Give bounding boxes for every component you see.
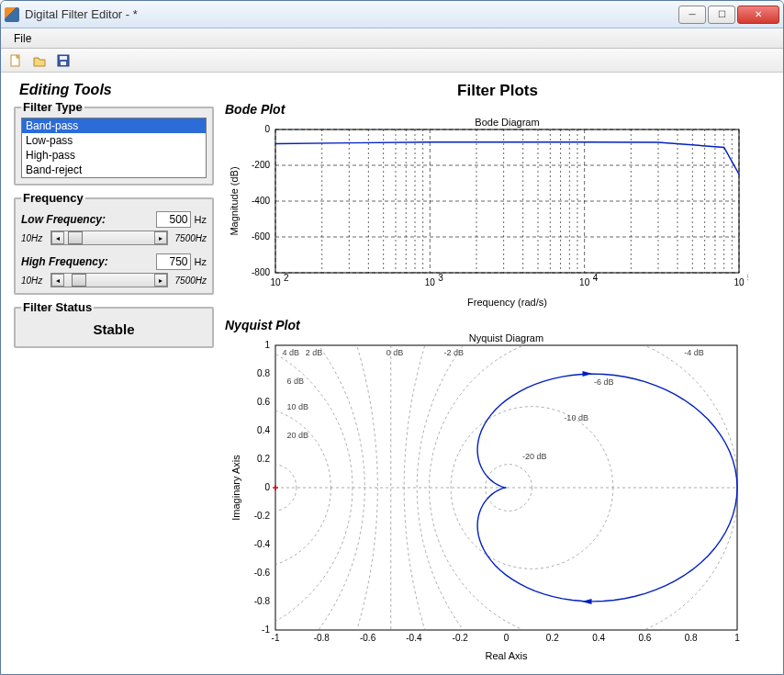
svg-text:Real Axis: Real Axis — [486, 650, 528, 661]
svg-text:0: 0 — [504, 633, 510, 643]
svg-text:0.2: 0.2 — [257, 454, 270, 464]
svg-text:-600: -600 — [252, 231, 270, 242]
svg-text:10: 10 — [270, 277, 281, 287]
svg-text:4: 4 — [593, 273, 599, 283]
high-freq-max: 7500Hz — [170, 276, 207, 286]
window-title: Digital Filter Editor - * — [25, 7, 678, 21]
sidebar: Editing Tools Filter Type Band-pass Low-… — [14, 82, 214, 665]
filter-status-panel: Filter Status Stable — [14, 300, 214, 348]
frequency-panel: Frequency Low Frequency: Hz 10Hz ◂▸ 7500… — [14, 191, 214, 295]
svg-text:-4 dB: -4 dB — [684, 348, 704, 357]
svg-text:0: 0 — [264, 482, 270, 492]
low-freq-slider[interactable]: ◂▸ — [50, 231, 168, 245]
svg-text:0.6: 0.6 — [638, 633, 651, 643]
low-freq-label: Low Frequency: — [21, 213, 152, 226]
svg-text:-10 dB: -10 dB — [564, 413, 588, 422]
slider-left-icon[interactable]: ◂ — [51, 231, 64, 244]
close-button[interactable]: ✕ — [737, 6, 779, 24]
toolbar — [1, 49, 783, 73]
svg-marker-104 — [583, 371, 593, 377]
filter-option-bandpass[interactable]: Band-pass — [22, 118, 206, 133]
svg-text:20 dB: 20 dB — [287, 431, 309, 440]
svg-text:0.6: 0.6 — [257, 397, 270, 407]
low-freq-unit: Hz — [195, 214, 207, 225]
svg-text:-0.4: -0.4 — [254, 539, 271, 549]
svg-text:6 dB: 6 dB — [287, 377, 305, 386]
svg-text:-0.6: -0.6 — [254, 568, 271, 578]
high-freq-slider[interactable]: ◂▸ — [50, 273, 168, 287]
svg-text:-0.8: -0.8 — [254, 596, 271, 606]
low-freq-min: 10Hz — [21, 233, 49, 243]
svg-text:0.8: 0.8 — [257, 368, 270, 378]
high-freq-min: 10Hz — [21, 276, 49, 286]
sidebar-heading: Editing Tools — [14, 82, 214, 98]
svg-marker-105 — [582, 599, 592, 604]
svg-text:1: 1 — [264, 340, 270, 350]
svg-text:-0.2: -0.2 — [453, 633, 469, 643]
svg-text:Bode Diagram: Bode Diagram — [475, 117, 539, 128]
frequency-legend: Frequency — [21, 191, 85, 205]
svg-text:0.4: 0.4 — [257, 425, 270, 435]
svg-point-88 — [417, 332, 748, 663]
app-icon — [5, 7, 19, 22]
filter-option-lowpass[interactable]: Low-pass — [22, 133, 206, 148]
svg-text:3: 3 — [438, 273, 443, 283]
svg-rect-2 — [60, 56, 67, 60]
filter-option-bandreject[interactable]: Band-reject — [22, 163, 206, 177]
svg-text:10 dB: 10 dB — [287, 402, 309, 411]
svg-text:-1: -1 — [272, 633, 280, 643]
filter-status-text: Stable — [21, 318, 207, 341]
menu-file[interactable]: File — [6, 32, 39, 45]
svg-text:-0.4: -0.4 — [406, 633, 422, 643]
svg-text:-800: -800 — [252, 267, 270, 277]
low-freq-input[interactable] — [156, 211, 191, 228]
svg-rect-3 — [61, 62, 66, 65]
filter-type-legend: Filter Type — [21, 100, 84, 114]
filter-type-listbox[interactable]: Band-pass Low-pass High-pass Band-reject — [21, 118, 207, 178]
svg-text:0.8: 0.8 — [685, 633, 698, 643]
menu-bar: File — [1, 28, 783, 49]
svg-text:2 dB: 2 dB — [306, 348, 323, 357]
svg-text:Frequency  (rad/s): Frequency (rad/s) — [467, 297, 547, 308]
filter-status-legend: Filter Status — [21, 300, 94, 314]
high-freq-thumb[interactable] — [72, 274, 86, 287]
minimize-button[interactable]: ─ — [678, 6, 706, 24]
plots-heading: Filter Plots — [225, 82, 770, 100]
filter-type-panel: Filter Type Band-pass Low-pass High-pass… — [14, 100, 214, 186]
svg-text:-2 dB: -2 dB — [444, 348, 465, 357]
low-freq-max: 7500Hz — [170, 233, 207, 243]
svg-text:-6 dB: -6 dB — [594, 377, 614, 387]
svg-text:Imaginary Axis: Imaginary Axis — [230, 455, 241, 521]
filter-option-highpass[interactable]: High-pass — [22, 148, 206, 163]
svg-text:0: 0 — [264, 124, 270, 134]
bode-plot: Bode Diagram-800-600-400-200010210310410… — [225, 117, 770, 312]
high-freq-input[interactable] — [156, 253, 191, 270]
svg-text:-0.2: -0.2 — [254, 511, 271, 521]
svg-text:Magnitude (dB): Magnitude (dB) — [229, 166, 240, 235]
slider-right-icon[interactable]: ▸ — [154, 231, 167, 244]
high-freq-unit: Hz — [195, 256, 207, 267]
slider-left-icon[interactable]: ◂ — [51, 274, 64, 287]
svg-text:-400: -400 — [252, 196, 270, 206]
plots-area: Filter Plots Bode Plot Bode Diagram-800-… — [225, 82, 770, 665]
maximize-button[interactable]: ☐ — [708, 6, 735, 24]
open-file-button[interactable] — [30, 51, 49, 70]
svg-text:-20 dB: -20 dB — [522, 452, 547, 461]
svg-text:-200: -200 — [252, 160, 270, 170]
low-freq-thumb[interactable] — [68, 231, 83, 244]
titlebar: Digital Filter Editor - * ─ ☐ ✕ — [1, 1, 783, 28]
svg-text:10: 10 — [425, 277, 436, 287]
new-file-button[interactable] — [6, 51, 25, 70]
slider-right-icon[interactable]: ▸ — [154, 274, 167, 287]
svg-text:5: 5 — [747, 273, 748, 283]
svg-text:Nyquist Diagram: Nyquist Diagram — [469, 332, 543, 343]
svg-text:-0.8: -0.8 — [314, 633, 330, 643]
bode-label: Bode Plot — [225, 102, 770, 117]
nyquist-label: Nyquist Plot — [225, 318, 770, 332]
svg-text:-0.6: -0.6 — [360, 633, 376, 643]
svg-text:-1: -1 — [262, 624, 270, 635]
svg-text:4 dB: 4 dB — [283, 348, 300, 357]
svg-text:10: 10 — [579, 277, 590, 287]
svg-text:10: 10 — [734, 277, 745, 287]
save-button[interactable] — [54, 51, 73, 70]
